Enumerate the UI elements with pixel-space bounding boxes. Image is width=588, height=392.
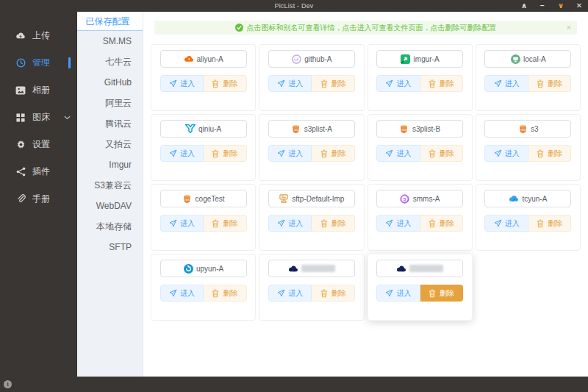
delete-button[interactable]: 删除	[420, 75, 464, 92]
storage-name-box[interactable]: S3s3plist-A	[268, 120, 355, 138]
enter-button[interactable]: 进入	[268, 215, 312, 232]
enter-button-label: 进入	[505, 218, 520, 229]
storage-sidebar-item-qiniu[interactable]: 七牛云	[77, 51, 143, 72]
enter-button[interactable]: 进入	[160, 215, 204, 232]
window-controls: ∧−∨✕	[520, 0, 584, 12]
delete-button[interactable]: 删除	[312, 145, 355, 162]
storage-name-box[interactable]: github-A	[268, 50, 355, 68]
storage-card-redacted-13: 进入删除	[259, 254, 364, 321]
status-bar: i	[0, 377, 588, 392]
enter-icon	[385, 79, 393, 88]
paperclip-icon	[15, 194, 26, 204]
enter-icon	[169, 219, 177, 227]
card-button-group: 进入删除	[268, 75, 355, 92]
storage-sidebar-item-github[interactable]: GitHub	[77, 72, 143, 93]
enter-button[interactable]: 进入	[484, 75, 528, 92]
enter-button[interactable]: 进入	[376, 215, 420, 232]
delete-button[interactable]: 删除	[204, 75, 247, 92]
storage-name-box[interactable]: S3cogeTest	[160, 190, 247, 207]
enter-button[interactable]: 进入	[160, 75, 204, 92]
delete-button[interactable]: 删除	[420, 285, 464, 302]
delete-button[interactable]: 删除	[528, 145, 572, 162]
sidebar-item-settings[interactable]: 设置	[0, 131, 77, 158]
storage-sidebar: 已保存配置SM.MS七牛云GitHub阿里云腾讯云又拍云ImgurS3兼容云We…	[77, 12, 143, 377]
delete-button[interactable]: 删除	[312, 285, 355, 302]
storage-sidebar-item-saved-config[interactable]: 已保存配置	[77, 12, 143, 31]
enter-icon	[169, 149, 177, 157]
chevron-up-icon[interactable]: ∧	[520, 0, 528, 12]
enter-button[interactable]: 进入	[268, 285, 312, 302]
enter-button[interactable]: 进入	[484, 145, 528, 162]
enter-button-label: 进入	[396, 79, 411, 89]
delete-button[interactable]: 删除	[312, 75, 355, 92]
storage-name-box[interactable]	[268, 260, 355, 277]
enter-button[interactable]: 进入	[160, 285, 204, 302]
sidebar-item-plugins[interactable]: 插件	[0, 158, 77, 185]
delete-button-label: 删除	[440, 218, 454, 229]
close-icon[interactable]: ✕	[575, 0, 584, 12]
storage-name: cogeTest	[196, 195, 225, 203]
delete-button[interactable]: 删除	[528, 215, 572, 232]
storage-name-box[interactable]: S3s3	[484, 120, 571, 138]
storage-card-qiniu-A: qiniu-A进入删除	[151, 114, 256, 181]
storage-sidebar-item-sftp[interactable]: SFTP	[77, 237, 143, 257]
storage-sidebar-item-s3[interactable]: S3兼容云	[77, 175, 143, 196]
enter-button[interactable]: 进入	[484, 215, 528, 232]
minimize-icon[interactable]: −	[538, 0, 547, 12]
storage-name-box[interactable]: qiniu-A	[160, 120, 247, 138]
enter-button[interactable]: 进入	[268, 145, 312, 162]
app-frame: 上传管理相册图床设置插件手册 已保存配置SM.MS七牛云GitHub阿里云腾讯云…	[0, 12, 588, 377]
enter-button[interactable]: 进入	[268, 75, 312, 92]
storage-name-box[interactable]: local-A	[484, 50, 571, 68]
storage-sidebar-item-webdav[interactable]: WebDAV	[77, 196, 143, 216]
upyun-icon	[183, 263, 193, 274]
s3-icon: S3	[182, 193, 193, 204]
delete-button-label: 删除	[548, 218, 562, 229]
chevron-down-icon[interactable]: ∨	[556, 0, 565, 12]
delete-button[interactable]: 删除	[420, 145, 464, 162]
storage-sidebar-item-upyun[interactable]: 又拍云	[77, 134, 143, 154]
storage-name-box[interactable]: upyun-A	[160, 260, 247, 277]
enter-icon	[277, 289, 285, 297]
enter-button[interactable]: 进入	[376, 285, 420, 302]
storage-card-imgur-A: imgur-A进入删除	[368, 44, 473, 111]
delete-button[interactable]: 删除	[420, 215, 464, 232]
sidebar-item-manage[interactable]: 管理	[0, 49, 77, 76]
notice-text: 点击图标和别名可查看详情，点击进入可查看文件页面，点击删除可删除配置	[247, 23, 497, 33]
delete-button[interactable]: 删除	[528, 75, 572, 92]
trash-icon	[320, 79, 329, 88]
storage-name-box[interactable]: tcyun-A	[484, 190, 571, 207]
storage-card-aliyun-A: aliyun-A进入删除	[151, 44, 256, 111]
storage-sidebar-item-local[interactable]: 本地存储	[77, 216, 143, 237]
storage-sidebar-item-smms[interactable]: SM.MS	[77, 31, 143, 51]
sidebar-item-gallery[interactable]: 图床	[0, 104, 77, 131]
storage-sidebar-item-imgur[interactable]: Imgur	[77, 154, 143, 175]
sidebar-item-album[interactable]: 相册	[0, 76, 77, 104]
dark-cloud-icon	[288, 263, 298, 274]
enter-button[interactable]: 进入	[376, 145, 420, 162]
clock-icon	[15, 58, 26, 68]
storage-name-box[interactable]: sftp-Default-Imp	[268, 190, 355, 207]
storage-name: tcyun-A	[522, 195, 547, 203]
delete-button[interactable]: 删除	[204, 285, 247, 302]
storage-name: upyun-A	[196, 265, 223, 273]
storage-sidebar-item-tencent[interactable]: 腾讯云	[77, 113, 143, 134]
delete-button[interactable]: 删除	[312, 215, 355, 232]
enter-icon	[277, 79, 285, 88]
delete-button[interactable]: 删除	[204, 215, 247, 232]
storage-name-box[interactable]	[376, 260, 463, 277]
storage-name-box[interactable]: Ssmms-A	[376, 190, 463, 207]
grid-icon	[15, 113, 26, 123]
enter-button[interactable]: 进入	[160, 145, 204, 162]
storage-sidebar-item-aliyun[interactable]: 阿里云	[77, 93, 143, 113]
sidebar-item-upload[interactable]: 上传	[0, 22, 77, 49]
storage-name-box[interactable]: aliyun-A	[160, 50, 247, 68]
storage-name-box[interactable]: imgur-A	[376, 50, 463, 68]
delete-button[interactable]: 删除	[204, 145, 247, 162]
storage-name: github-A	[304, 55, 331, 63]
info-icon[interactable]: i	[4, 380, 12, 388]
notice-close-icon[interactable]: ×	[567, 23, 571, 32]
storage-name-box[interactable]: S3s3plist-B	[376, 120, 463, 138]
sidebar-item-manual[interactable]: 手册	[0, 185, 77, 213]
enter-button[interactable]: 进入	[376, 75, 420, 92]
